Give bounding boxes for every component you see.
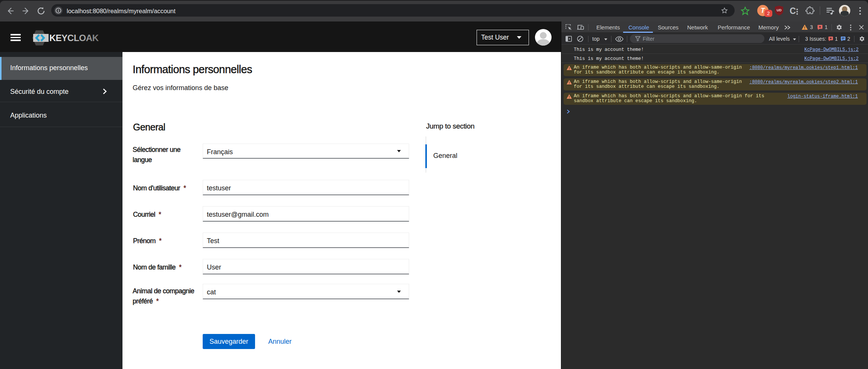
svg-text:KEYCLOAK: KEYCLOAK <box>49 33 99 43</box>
svg-text:UD: UD <box>777 8 782 12</box>
